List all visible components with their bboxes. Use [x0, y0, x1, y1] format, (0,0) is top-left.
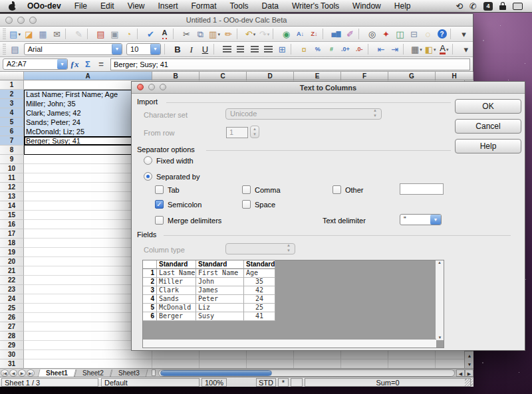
status-selection-mode[interactable]: STD — [256, 378, 276, 387]
status-page-style[interactable]: Default — [101, 378, 200, 387]
keychain-lock-icon[interactable] — [499, 2, 506, 11]
scroll-left-arrow[interactable]: ◀ — [456, 369, 465, 377]
spellcheck-icon[interactable]: ✔ — [144, 28, 157, 41]
menu-insert[interactable]: Insert — [152, 0, 185, 13]
first-sheet-button[interactable]: |◀ — [1, 369, 9, 377]
font-color-icon[interactable]: A▾ — [438, 43, 451, 56]
row-header-4[interactable]: 4 — [0, 108, 24, 118]
row-header-7[interactable]: 7 — [0, 136, 24, 146]
bold-icon[interactable]: B — [172, 43, 184, 56]
name-box-dropdown-icon[interactable]: ▼ — [57, 59, 67, 69]
row-header-25[interactable]: 25 — [0, 304, 24, 313]
separated-by-radio[interactable] — [144, 172, 152, 181]
number-format-percent-icon[interactable]: % — [311, 43, 324, 56]
character-set-dropdown[interactable]: Unicode ▲▼ — [225, 108, 382, 120]
column-header-F[interactable]: F — [341, 72, 388, 80]
preview-cell[interactable]: Sands — [157, 295, 196, 304]
row-header-19[interactable]: 19 — [0, 248, 24, 257]
preview-row-number[interactable]: 6 — [143, 312, 157, 321]
menu-format[interactable]: Format — [185, 0, 223, 13]
row-header-22[interactable]: 22 — [0, 276, 24, 285]
preview-cell[interactable]: 25 — [244, 304, 275, 312]
row-header-10[interactable]: 10 — [0, 164, 24, 173]
sheet-tab-sheet2[interactable]: Sheet2 — [74, 369, 112, 377]
redo-icon[interactable]: ↷▾ — [258, 28, 271, 41]
preview-cell[interactable]: Miller — [157, 278, 196, 286]
row-header-13[interactable]: 13 — [0, 192, 24, 201]
preview-cell[interactable]: Last Name — [157, 269, 196, 278]
last-sheet-button[interactable]: ▶| — [27, 369, 35, 377]
row-header-24[interactable]: 24 — [0, 294, 24, 304]
sheet-tab-sheet1[interactable]: Sheet1 — [38, 369, 76, 377]
preview-cell[interactable]: Susy — [196, 312, 244, 321]
preview-cell[interactable]: Clark — [157, 286, 196, 295]
row-header-3[interactable]: 3 — [0, 99, 24, 108]
other-checkbox[interactable] — [332, 185, 341, 194]
preview-row-number[interactable]: 2 — [143, 278, 157, 286]
merge-delimiters-checkbox[interactable] — [155, 216, 164, 225]
preview-cell[interactable]: Peter — [196, 295, 244, 304]
apple-menu-icon[interactable] — [8, 2, 17, 11]
toolbar-grip[interactable] — [3, 29, 6, 39]
name-box[interactable]: A2:A7▼ — [3, 58, 68, 70]
menu-data[interactable]: Data — [255, 0, 285, 13]
preview-column-header[interactable]: Standard — [244, 260, 275, 269]
navigator-icon[interactable]: ✦ — [380, 28, 392, 41]
zoom-icon[interactable]: ◌ — [422, 28, 434, 41]
column-header-H[interactable]: H — [436, 72, 473, 80]
increase-indent-icon[interactable]: ⇥ — [388, 43, 401, 56]
ok-button[interactable]: OK — [455, 99, 521, 114]
align-right-icon[interactable] — [248, 43, 261, 56]
preview-vertical-scrollbar[interactable]: ▲▼ — [435, 260, 444, 340]
align-justified-icon[interactable] — [262, 43, 275, 56]
gallery-icon[interactable]: ◫ — [394, 28, 406, 41]
row-header-23[interactable]: 23 — [0, 285, 24, 294]
email-icon[interactable]: ✉ — [51, 28, 63, 41]
print-icon[interactable]: ▣ — [108, 28, 121, 41]
row-header-15[interactable]: 15 — [0, 211, 24, 220]
row-header-6[interactable]: 6 — [0, 127, 24, 136]
export-pdf-icon[interactable]: ▤ — [94, 28, 107, 41]
preview-row-number[interactable]: 4 — [143, 295, 157, 304]
other-separator-field[interactable] — [400, 183, 444, 195]
row-header-1[interactable]: 1 — [0, 80, 24, 90]
row-header-14[interactable]: 14 — [0, 201, 24, 211]
menu-writer-s-tools[interactable]: Writer's Tools — [285, 0, 346, 13]
menu-window[interactable]: Window — [346, 0, 388, 13]
semicolon-checkbox[interactable]: ✓ — [155, 200, 164, 209]
styles-window-icon[interactable]: ▤ — [9, 43, 21, 56]
menu-help[interactable]: Help — [388, 0, 418, 13]
number-format-standard-icon[interactable]: # — [325, 43, 338, 56]
row-header-28[interactable]: 28 — [0, 332, 24, 341]
combo-dropdown-icon[interactable]: ▼ — [150, 44, 160, 54]
spaces-icon[interactable]: 4 — [483, 2, 493, 11]
window-resize-grip[interactable] — [465, 378, 473, 386]
menu-tools[interactable]: Tools — [223, 0, 255, 13]
preview-column-header[interactable]: Standard — [196, 260, 244, 269]
column-header-G[interactable]: G — [388, 72, 436, 80]
underline-icon[interactable]: U — [199, 43, 211, 56]
delete-decimal-icon[interactable]: .0- — [353, 43, 366, 56]
font-name-combo[interactable]: Arial▼ — [24, 43, 122, 55]
preview-cell[interactable]: First Name — [196, 269, 244, 278]
preview-cell[interactable]: Berger — [157, 312, 196, 321]
copy-icon[interactable]: ⧉ — [194, 28, 207, 41]
menu-view[interactable]: View — [121, 0, 152, 13]
preview-cell[interactable]: John — [196, 278, 244, 286]
edit-file-icon[interactable]: ✎ — [72, 28, 85, 41]
dropdown-arrow-icon[interactable]: ▾ — [434, 43, 436, 56]
preview-cell[interactable]: James — [196, 286, 244, 295]
menu-ooo-dev[interactable]: OOo-dev — [21, 0, 68, 13]
preview-cell[interactable]: 42 — [244, 286, 275, 295]
displays-icon[interactable] — [513, 3, 523, 10]
menu-file[interactable]: File — [68, 0, 94, 13]
previous-sheet-button[interactable]: ◀ — [9, 369, 17, 377]
preview-cell[interactable]: Age — [244, 269, 275, 278]
calc-titlebar[interactable]: Untitled 1 - OOo-dev Calc Beta — [0, 14, 473, 27]
find-replace-icon[interactable]: ◎ — [366, 28, 378, 41]
row-header-18[interactable]: 18 — [0, 239, 24, 248]
row-header-29[interactable]: 29 — [0, 341, 24, 350]
dropdown-arrow-icon[interactable]: ▾ — [217, 28, 220, 41]
align-center-icon[interactable] — [235, 43, 247, 56]
dropdown-arrow-icon[interactable]: ▾ — [267, 28, 270, 41]
